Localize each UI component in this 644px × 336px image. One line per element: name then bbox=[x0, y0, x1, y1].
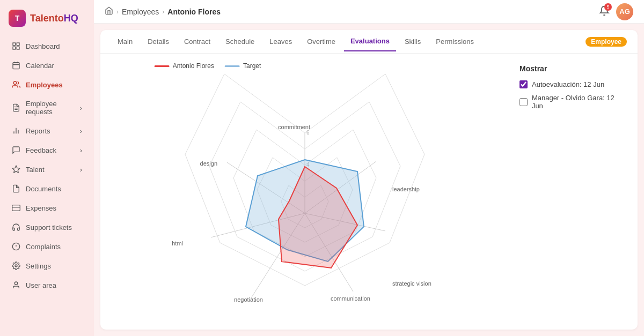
sidebar-item-employees-label: Employees bbox=[26, 81, 82, 89]
topbar-actions: 5 AG bbox=[599, 3, 633, 20]
label-leadership: leadership bbox=[392, 186, 420, 192]
topbar: › Employees › Antonio Flores 5 AG bbox=[94, 0, 644, 24]
sidebar-item-calendar-label: Calendar bbox=[26, 62, 82, 70]
chevron-right-icon: › bbox=[80, 104, 82, 112]
message-icon bbox=[12, 146, 20, 154]
label-communication: communication bbox=[331, 295, 370, 302]
chevron-right-icon3: › bbox=[80, 146, 82, 154]
sidebar-item-feedback[interactable]: Feedback › bbox=[3, 141, 91, 159]
sidebar-item-support-tickets[interactable]: Support tickets bbox=[3, 218, 91, 236]
label-negotiation: negotiation bbox=[234, 296, 263, 303]
sidebar-item-employee-requests[interactable]: Employee requests › bbox=[3, 95, 91, 121]
logo: T TalentoHQ bbox=[0, 5, 94, 36]
calendar-icon bbox=[12, 61, 20, 70]
tab-leaves[interactable]: Leaves bbox=[263, 32, 298, 51]
logo-icon: T bbox=[9, 10, 26, 27]
svg-rect-3 bbox=[17, 47, 19, 49]
sidebar-item-dashboard-label: Dashboard bbox=[26, 42, 82, 50]
radar-chart: .grid-polygon { fill: none; stroke: #ddd… bbox=[120, 55, 490, 328]
check-manager-label: Manager - Olvido Gara: 12 Jun bbox=[532, 94, 627, 110]
tab-details[interactable]: Details bbox=[141, 32, 175, 51]
file-icon bbox=[12, 184, 20, 193]
legend-series1-label: Antonio Flores bbox=[173, 62, 214, 70]
svg-point-21 bbox=[14, 282, 17, 285]
svg-rect-0 bbox=[13, 43, 16, 46]
svg-point-20 bbox=[15, 265, 17, 267]
sidebar-item-talent-label: Talent bbox=[26, 166, 75, 174]
sidebar-item-settings[interactable]: Settings bbox=[3, 257, 91, 275]
breadcrumb-sep2: › bbox=[162, 8, 164, 16]
bar-chart-icon bbox=[12, 126, 20, 135]
legend-series2-label: Target bbox=[243, 62, 261, 70]
grid-icon bbox=[12, 42, 20, 50]
users-icon bbox=[12, 80, 20, 89]
breadcrumb-antonio: Antonio Flores bbox=[167, 8, 221, 16]
sidebar-item-user-area-label: User area bbox=[26, 281, 82, 289]
sidebar-item-expenses-label: Expenses bbox=[26, 204, 82, 212]
label-commitment: commitment bbox=[278, 124, 310, 130]
employee-badge: Employee bbox=[586, 37, 627, 47]
logo-text: TalentoHQ bbox=[30, 13, 78, 24]
sidebar-item-user-area[interactable]: User area bbox=[3, 276, 91, 294]
svg-marker-14 bbox=[12, 166, 19, 173]
sidebar-item-documents-label: Documents bbox=[26, 185, 82, 193]
svg-rect-15 bbox=[12, 205, 20, 211]
mostrar-title: Mostrar bbox=[519, 64, 627, 73]
main-panel: › Employees › Antonio Flores 5 AG Main D… bbox=[94, 0, 644, 336]
star-icon bbox=[12, 165, 20, 174]
content-card: Main Details Contract Schedule Leaves Ov… bbox=[100, 30, 638, 330]
svg-rect-4 bbox=[13, 63, 19, 69]
check-manager[interactable]: Manager - Olvido Gara: 12 Jun bbox=[519, 94, 627, 110]
notifications-button[interactable]: 5 bbox=[599, 5, 610, 18]
sidebar-item-documents[interactable]: Documents bbox=[3, 180, 91, 198]
chart-area: Antonio Flores Target bbox=[100, 54, 509, 330]
breadcrumb-home[interactable] bbox=[105, 6, 113, 17]
label-design: design bbox=[200, 160, 217, 167]
sidebar-item-employee-requests-label: Employee requests bbox=[26, 100, 75, 116]
sidebar-item-talent[interactable]: Talent › bbox=[3, 160, 91, 178]
legend-line2 bbox=[225, 65, 240, 67]
chevron-right-icon2: › bbox=[80, 127, 82, 135]
sidebar-item-complaints[interactable]: Complaints bbox=[3, 237, 91, 256]
tab-skills[interactable]: Skills bbox=[398, 32, 427, 51]
sidebar-item-complaints-label: Complaints bbox=[26, 243, 82, 251]
sidebar-item-reports-label: Reports bbox=[26, 127, 75, 135]
tab-contract[interactable]: Contract bbox=[178, 32, 217, 51]
checkbox-manager[interactable] bbox=[519, 98, 528, 106]
headphones-icon bbox=[12, 223, 20, 232]
sidebar: T TalentoHQ Dashboard Calendar Employees… bbox=[0, 0, 94, 336]
sidebar-item-calendar[interactable]: Calendar bbox=[3, 56, 91, 74]
legend-line1 bbox=[155, 65, 170, 67]
sidebar-item-reports[interactable]: Reports › bbox=[3, 122, 91, 140]
sidebar-item-dashboard[interactable]: Dashboard bbox=[3, 37, 91, 55]
checkbox-autoevaluacion[interactable] bbox=[519, 80, 528, 88]
breadcrumb-sep1: › bbox=[116, 8, 119, 16]
svg-rect-1 bbox=[17, 43, 19, 46]
check-autoevaluacion[interactable]: Autoevaluación: 12 Jun bbox=[519, 80, 627, 88]
chevron-right-icon4: › bbox=[80, 166, 82, 174]
breadcrumb-employees[interactable]: Employees bbox=[122, 8, 159, 16]
breadcrumb: › Employees › Antonio Flores bbox=[105, 6, 595, 17]
sidebar-item-employees[interactable]: Employees bbox=[3, 76, 91, 94]
chart-body: Antonio Flores Target bbox=[100, 54, 638, 330]
label-html: html bbox=[172, 240, 183, 247]
tab-schedule[interactable]: Schedule bbox=[219, 32, 261, 51]
sidebar-item-support-label: Support tickets bbox=[26, 223, 82, 232]
sidebar-item-expenses[interactable]: Expenses bbox=[3, 199, 91, 217]
tab-overtime[interactable]: Overtime bbox=[301, 32, 342, 51]
notification-badge: 5 bbox=[604, 3, 612, 11]
tab-evaluations[interactable]: Evaluations bbox=[344, 32, 396, 51]
user-icon bbox=[12, 281, 20, 289]
alert-circle-icon bbox=[12, 242, 20, 251]
credit-card-icon bbox=[12, 204, 20, 212]
chart-legend: Antonio Flores Target bbox=[155, 62, 261, 70]
tab-permissions[interactable]: Permissions bbox=[429, 32, 480, 51]
scale-label-6: 6 bbox=[306, 130, 310, 136]
right-panel: Mostrar Autoevaluación: 12 Jun Manager -… bbox=[509, 54, 638, 330]
label-strategic-vision: strategic vision bbox=[392, 280, 431, 287]
tab-main[interactable]: Main bbox=[111, 32, 139, 51]
settings-icon bbox=[12, 262, 20, 270]
home-icon bbox=[105, 6, 113, 15]
sidebar-item-settings-label: Settings bbox=[26, 262, 82, 270]
avatar[interactable]: AG bbox=[616, 3, 633, 20]
